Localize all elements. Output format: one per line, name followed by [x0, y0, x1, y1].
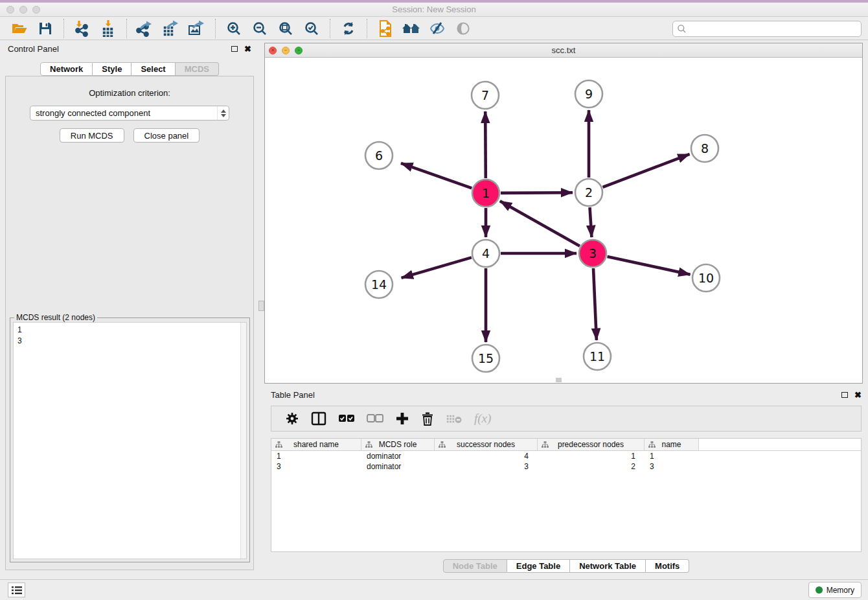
mcds-result-text: 1 3: [14, 323, 246, 349]
search-input[interactable]: [672, 21, 862, 37]
column-header-successor-nodes[interactable]: successor nodes: [435, 439, 538, 450]
tab-network[interactable]: Network: [40, 62, 93, 76]
close-panel-button[interactable]: Close panel: [133, 128, 200, 143]
flatten-icon[interactable]: [542, 441, 549, 448]
gear-icon[interactable]: [285, 411, 299, 426]
edge-2-3[interactable]: [590, 207, 592, 237]
toggle-panel-icon[interactable]: [428, 19, 447, 38]
zoom-selected-icon[interactable]: [302, 19, 321, 38]
select-all-icon[interactable]: [338, 413, 355, 424]
add-column-icon[interactable]: [395, 411, 409, 426]
deselect-all-icon[interactable]: [367, 413, 383, 424]
task-history-button[interactable]: [8, 583, 25, 597]
home-icon[interactable]: [402, 19, 421, 38]
table-cell[interactable]: 1: [271, 451, 361, 461]
graph-node-15[interactable]: 15: [472, 345, 499, 372]
export-network-icon[interactable]: [135, 19, 155, 38]
network-canvas[interactable]: 7968124314101511: [265, 58, 862, 383]
import-network-icon[interactable]: [73, 19, 92, 38]
export-table-icon[interactable]: [161, 19, 181, 38]
refresh-layout-icon[interactable]: [339, 19, 358, 38]
edge-2-8[interactable]: [603, 154, 690, 187]
svg-text:3: 3: [589, 246, 597, 260]
tab-motifs[interactable]: Motifs: [646, 559, 689, 573]
edge-3-11[interactable]: [593, 268, 597, 340]
edge-4-14[interactable]: [402, 257, 472, 278]
graph-node-4[interactable]: 4: [472, 240, 499, 267]
float-panel-icon[interactable]: [231, 46, 238, 52]
zoom-out-icon[interactable]: [250, 19, 269, 38]
svg-text:1: 1: [482, 186, 490, 200]
flatten-icon[interactable]: [648, 441, 656, 448]
graph-node-3[interactable]: 3: [579, 240, 606, 267]
table-row[interactable]: 1dominator411: [271, 451, 861, 461]
edge-1-2[interactable]: [501, 192, 573, 193]
svg-text:10: 10: [698, 271, 714, 285]
delete-column-icon[interactable]: [421, 411, 434, 426]
table-cell[interactable]: 3: [435, 461, 538, 472]
toolbar-separator: [367, 19, 367, 38]
graph-node-1[interactable]: 1: [472, 179, 499, 207]
close-table-panel-icon[interactable]: ✖: [854, 391, 862, 399]
graph-node-2[interactable]: 2: [575, 179, 602, 206]
optimization-criterion-label: Optimization criterion:: [6, 88, 253, 98]
close-panel-icon[interactable]: ✖: [244, 45, 251, 53]
graph-node-8[interactable]: 8: [691, 135, 718, 162]
graph-node-14[interactable]: 14: [365, 271, 393, 298]
column-header-shared-name[interactable]: shared name: [271, 439, 361, 450]
tab-network-table[interactable]: Network Table: [570, 559, 646, 573]
split-view-icon[interactable]: [311, 411, 326, 426]
mcds-result-box[interactable]: 1 3: [13, 322, 247, 559]
table-cell[interactable]: dominator: [361, 461, 435, 472]
edge-1-6[interactable]: [401, 163, 472, 189]
edge-1-7[interactable]: [485, 111, 486, 178]
save-icon[interactable]: [36, 19, 55, 38]
table-cell[interactable]: 3: [645, 461, 699, 472]
table-cell[interactable]: 1: [645, 451, 699, 461]
dropdown-stepper-icon: [217, 106, 229, 120]
zoom-fit-icon[interactable]: [276, 19, 295, 38]
tab-mcds[interactable]: MCDS: [176, 62, 219, 76]
flatten-icon[interactable]: [439, 441, 446, 448]
tab-edge-table[interactable]: Edge Table: [507, 559, 570, 573]
tab-node-table[interactable]: Node Table: [443, 559, 507, 573]
table-cell[interactable]: 4: [435, 451, 538, 461]
function-builder-icon[interactable]: f(x): [474, 411, 491, 426]
memory-button[interactable]: Memory: [808, 582, 862, 598]
column-header-predecessor-nodes[interactable]: predecessor nodes: [538, 439, 645, 450]
zoom-in-icon[interactable]: [224, 19, 244, 38]
svg-text:6: 6: [375, 148, 383, 163]
table-toolbar: f(x): [271, 406, 862, 432]
edge-3-1[interactable]: [500, 201, 580, 246]
network-file-icon[interactable]: [376, 19, 395, 38]
table-cell[interactable]: 2: [538, 461, 645, 472]
tab-select[interactable]: Select: [131, 62, 175, 76]
result-scrollbar[interactable]: [240, 323, 246, 559]
canvas-scroll-nub[interactable]: [556, 378, 562, 382]
graph-node-9[interactable]: 9: [575, 80, 602, 108]
flatten-icon[interactable]: [275, 441, 282, 448]
table-cell[interactable]: 1: [538, 451, 645, 461]
import-table-icon[interactable]: [98, 19, 118, 38]
table-cell[interactable]: 3: [271, 461, 361, 472]
memory-label: Memory: [827, 586, 854, 595]
eye-icon[interactable]: [453, 19, 473, 38]
edge-3-10[interactable]: [608, 257, 691, 275]
column-header-MCDS-role[interactable]: MCDS role: [361, 439, 435, 450]
float-table-panel-icon[interactable]: [841, 392, 848, 398]
graph-node-11[interactable]: 11: [584, 343, 611, 370]
export-image-icon[interactable]: [187, 19, 207, 38]
run-mcds-button[interactable]: Run MCDS: [60, 128, 124, 143]
tab-style[interactable]: Style: [93, 62, 131, 76]
graph-node-7[interactable]: 7: [472, 82, 499, 109]
graph-node-6[interactable]: 6: [365, 142, 393, 169]
graph-node-10[interactable]: 10: [692, 264, 720, 292]
table-cell[interactable]: dominator: [361, 451, 435, 461]
optimization-criterion-select[interactable]: strongly connected component: [30, 106, 229, 121]
flatten-icon[interactable]: [365, 441, 372, 448]
column-header-name[interactable]: name: [645, 439, 699, 450]
delete-table-icon[interactable]: [446, 413, 463, 424]
open-file-icon[interactable]: [10, 19, 29, 38]
panel-splitter-handle[interactable]: [258, 301, 264, 311]
table-row[interactable]: 3dominator323: [271, 461, 861, 472]
